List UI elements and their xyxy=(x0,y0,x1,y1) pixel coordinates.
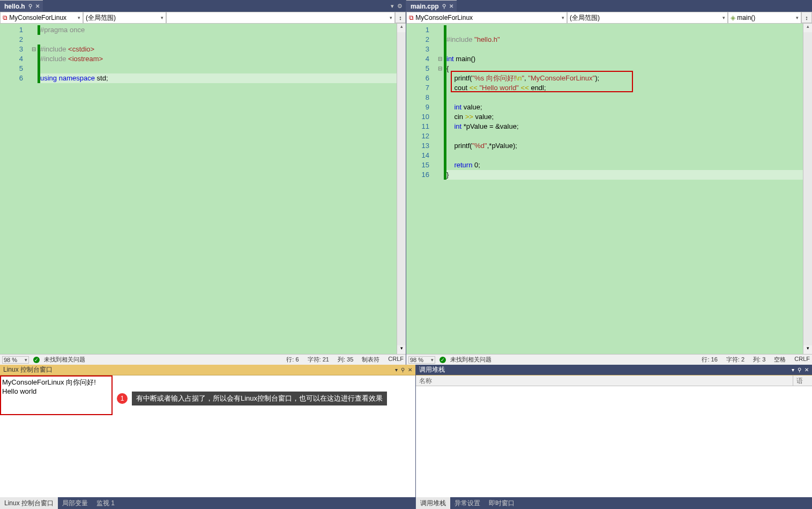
tab-status: 制表符 xyxy=(362,356,379,364)
pin-icon[interactable]: ⚲ xyxy=(798,367,801,373)
callstack-header[interactable]: 调用堆栈 ▾ ⚲ ✕ xyxy=(416,365,812,375)
tab-label: hello.h xyxy=(4,3,25,10)
left-tab-bar: hello.h ⚲ ✕ ▾ ⚙ xyxy=(0,0,406,12)
tab-hello-h[interactable]: hello.h ⚲ ✕ xyxy=(0,0,43,12)
close-icon[interactable]: ✕ xyxy=(408,367,412,373)
tab-bar-actions: ▾ ⚙ xyxy=(391,3,406,10)
tab-main-cpp[interactable]: main.cpp ⚲ ✕ xyxy=(406,0,457,12)
dropdown-icon[interactable]: ▾ xyxy=(391,3,394,10)
scope-dropdown[interactable]: (全局范围)▾ xyxy=(567,12,728,24)
zoom-dropdown[interactable]: 98 %▾ xyxy=(408,356,435,364)
tab-linux-console[interactable]: Linux 控制台窗口 xyxy=(0,497,58,509)
tab-watch[interactable]: 监视 1 xyxy=(92,497,119,509)
line-status: 行: 16 xyxy=(702,356,717,364)
char-status: 字符: 2 xyxy=(726,356,744,364)
callstack-body[interactable] xyxy=(416,386,812,497)
bottom-left-tabs: Linux 控制台窗口 局部变量 监视 1 xyxy=(0,497,415,509)
annotation: 1 有中断或者输入占据了，所以会有Linux控制台窗口，也可以在这边进行查看效果 xyxy=(117,392,387,405)
right-status-bar: 98 %▾ ✓ 未找到相关问题 行: 16 字符: 2 列: 3 空格 CRLF xyxy=(406,354,812,365)
callstack-columns: 名称 语言 xyxy=(416,375,812,386)
col-status: 列: 3 xyxy=(753,356,765,364)
eol-status: CRLF xyxy=(388,356,404,364)
project-dropdown[interactable]: ⧉ MyConsoleForLinux▾ xyxy=(0,12,83,24)
close-icon[interactable]: ✕ xyxy=(35,3,40,9)
member-dropdown[interactable]: ◈ main()▾ xyxy=(728,12,801,24)
member-dropdown[interactable]: ▾ xyxy=(166,12,395,24)
zoom-dropdown[interactable]: 98 %▾ xyxy=(2,356,29,364)
close-icon[interactable]: ✕ xyxy=(449,3,453,9)
left-editor-pane: hello.h ⚲ ✕ ▾ ⚙ ⧉ MyConsoleForLinux▾ (全局… xyxy=(0,0,406,365)
vertical-scrollbar[interactable]: ▴▾ xyxy=(397,24,406,354)
right-editor-pane: main.cpp ⚲ ✕ ⧉ MyConsoleForLinux▾ (全局范围)… xyxy=(406,0,812,365)
dropdown-icon[interactable]: ▾ xyxy=(792,367,794,373)
bottom-right-tabs: 调用堆栈 异常设置 即时窗口 xyxy=(416,497,812,509)
tab-locals[interactable]: 局部变量 xyxy=(58,497,92,509)
callstack-panel: 调用堆栈 ▾ ⚲ ✕ 名称 语言 调用堆栈 异常设置 即时窗口 xyxy=(416,365,812,509)
split-icon[interactable]: ↕ xyxy=(395,12,406,23)
left-status-bar: 98 %▾ ✓ 未找到相关问题 行: 6 字符: 21 列: 35 制表符 CR… xyxy=(0,354,406,365)
tab-exceptions[interactable]: 异常设置 xyxy=(450,497,485,509)
tab-status: 空格 xyxy=(774,356,786,364)
right-line-numbers: 12 34 56 78 910 1112 1314 1516 xyxy=(406,24,436,354)
check-icon: ✓ xyxy=(33,357,40,363)
right-code-area[interactable]: 12 34 56 78 910 1112 1314 1516 ⊟⊟ xyxy=(406,24,812,354)
scope-dropdown[interactable]: (全局范围)▾ xyxy=(83,12,166,24)
col-name[interactable]: 名称 xyxy=(416,375,793,386)
dropdown-icon[interactable]: ▾ xyxy=(395,367,398,373)
gear-icon[interactable]: ⚙ xyxy=(397,3,403,10)
tab-label: main.cpp xyxy=(411,3,439,10)
right-nav-bar: ⧉ MyConsoleForLinux▾ (全局范围)▾ ◈ main()▾ ↕ xyxy=(406,12,812,24)
right-code-text[interactable]: #include "hello.h" int main() { printf("… xyxy=(446,24,803,354)
eol-status: CRLF xyxy=(794,356,810,364)
col-status: 列: 35 xyxy=(338,356,353,364)
check-icon: ✓ xyxy=(439,357,446,363)
left-nav-bar: ⧉ MyConsoleForLinux▾ (全局范围)▾ ▾ ↕ xyxy=(0,12,406,24)
split-icon[interactable]: ↕ xyxy=(801,12,812,23)
close-icon[interactable]: ✕ xyxy=(804,367,809,373)
col-lang[interactable]: 语言 xyxy=(793,375,812,386)
vertical-scrollbar[interactable]: ▴▾ xyxy=(803,24,812,354)
console-header[interactable]: Linux 控制台窗口 ▾ ⚲ ✕ xyxy=(0,365,415,375)
left-code-area[interactable]: 1 2 3 4 5 6 ⊟ #pragma once #include <cst… xyxy=(0,24,406,354)
fold-column: ⊟⊟ xyxy=(436,24,444,354)
pin-icon[interactable]: ⚲ xyxy=(442,3,446,9)
callstack-title: 调用堆栈 xyxy=(419,365,445,374)
annotation-badge: 1 xyxy=(117,393,128,404)
issues-text: 未找到相关问题 xyxy=(44,356,85,364)
project-dropdown[interactable]: ⧉ MyConsoleForLinux▾ xyxy=(406,12,567,24)
line-status: 行: 6 xyxy=(286,356,299,364)
console-title: Linux 控制台窗口 xyxy=(3,365,53,374)
left-code-text[interactable]: #pragma once #include <cstdio> #include … xyxy=(40,24,397,354)
pin-icon[interactable]: ⚲ xyxy=(401,367,405,373)
char-status: 字符: 21 xyxy=(308,356,329,364)
console-body[interactable]: MyConsoleForLinux 向你问好! Hello world 1 有中… xyxy=(0,375,415,497)
right-tab-bar: main.cpp ⚲ ✕ xyxy=(406,0,812,12)
pin-icon[interactable]: ⚲ xyxy=(28,3,32,9)
console-highlight-box xyxy=(0,375,113,415)
issues-text: 未找到相关问题 xyxy=(450,356,491,364)
tab-callstack[interactable]: 调用堆栈 xyxy=(416,497,450,509)
annotation-text: 有中断或者输入占据了，所以会有Linux控制台窗口，也可以在这边进行查看效果 xyxy=(132,392,387,405)
console-panel: Linux 控制台窗口 ▾ ⚲ ✕ MyConsoleForLinux 向你问好… xyxy=(0,365,416,509)
tab-immediate[interactable]: 即时窗口 xyxy=(485,497,519,509)
left-line-numbers: 1 2 3 4 5 6 xyxy=(0,24,29,354)
fold-column: ⊟ xyxy=(29,24,38,354)
